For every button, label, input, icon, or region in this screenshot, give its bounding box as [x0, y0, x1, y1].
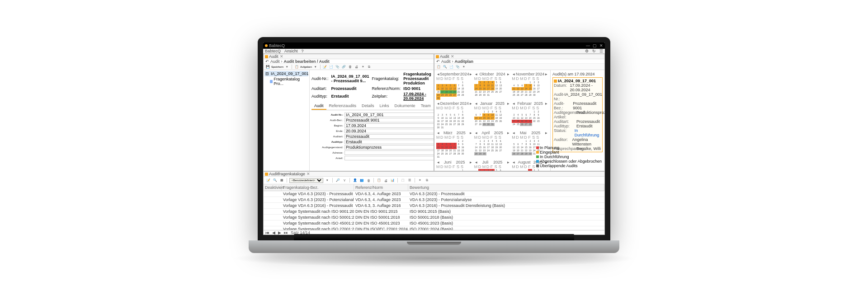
calendar-day[interactable]: 9: [528, 143, 532, 146]
calendar-day[interactable]: 7: [524, 84, 528, 87]
field-input[interactable]: 17.09.2024: [344, 123, 434, 128]
calendar-day[interactable]: 30: [461, 152, 465, 155]
calendar-day[interactable]: 8: [528, 84, 532, 87]
calendar-day[interactable]: 15: [457, 146, 461, 149]
tab-details[interactable]: Details: [359, 103, 377, 110]
calendar-day[interactable]: 27: [474, 123, 478, 126]
prev-month-icon[interactable]: ◂: [437, 72, 439, 76]
calendar-day[interactable]: 28: [457, 123, 461, 126]
calendar-day[interactable]: 22: [457, 149, 461, 152]
calendar-day[interactable]: 13: [474, 117, 478, 120]
calendar-day[interactable]: 16: [536, 117, 540, 120]
calendar-day[interactable]: 24: [440, 94, 444, 97]
pane-tab-title[interactable]: Audit: [440, 54, 449, 59]
table-row[interactable]: Vorlage VDA 6.3 (2016) - Prozessaudit Di…: [264, 203, 604, 209]
calendar-day[interactable]: 30: [482, 94, 486, 97]
calendar-day[interactable]: 12: [512, 146, 516, 149]
calendar-day[interactable]: 12: [499, 113, 503, 117]
calendar-day[interactable]: 14: [457, 117, 461, 120]
calendar-day[interactable]: 18: [495, 117, 499, 120]
calendar-day[interactable]: 8: [478, 84, 482, 87]
tool-icon[interactable]: 📊: [390, 178, 395, 183]
calendar-day[interactable]: 24: [486, 149, 491, 152]
calendar-day[interactable]: 6: [499, 140, 503, 143]
copy-icon[interactable]: 📋: [294, 64, 299, 70]
calendar-day[interactable]: 7: [478, 113, 482, 117]
calendar-day[interactable]: 28: [457, 94, 461, 97]
calendar-day[interactable]: 4: [444, 113, 448, 117]
calendar-day[interactable]: 5: [444, 143, 448, 146]
tool-icon[interactable]: 🔍: [442, 64, 448, 70]
calendar-day[interactable]: 18: [444, 90, 448, 94]
calendar-day[interactable]: 9: [482, 84, 486, 87]
calendar-day[interactable]: 28: [474, 152, 478, 155]
calendar-day[interactable]: 19: [516, 90, 520, 94]
calendar-day[interactable]: 2: [532, 81, 536, 84]
calendar-day[interactable]: 14: [457, 87, 461, 90]
nav-prev-icon[interactable]: ◀: [272, 230, 275, 235]
calendar-day[interactable]: 31: [486, 94, 491, 97]
calendar-day[interactable]: 1: [528, 169, 532, 171]
calendar-day[interactable]: 6: [520, 84, 524, 87]
tool-icon[interactable]: 🗑: [348, 64, 353, 70]
column-header[interactable]: Deaktiviert: [264, 184, 282, 191]
menu-item[interactable]: BabtecQ: [265, 49, 281, 53]
calendar-day[interactable]: 6: [453, 113, 457, 117]
tool-icon[interactable]: ✶: [360, 64, 366, 70]
calendar-day[interactable]: 17: [486, 146, 491, 149]
calendar-day[interactable]: 6: [448, 143, 453, 146]
prev-month-icon[interactable]: ◂: [475, 101, 477, 106]
calendar-day[interactable]: 21: [528, 120, 532, 123]
close-button[interactable]: ✕: [599, 43, 603, 48]
calendar-day[interactable]: 18: [444, 120, 448, 123]
field-input[interactable]: Erstaudit: [344, 140, 434, 144]
calendar-day[interactable]: 29: [478, 152, 482, 155]
expand-icon[interactable]: ⊟: [265, 71, 269, 76]
calendar-day[interactable]: 11: [444, 87, 448, 90]
detail-card[interactable]: IA_2024_09_17_001Datum:17.09.2024 - 20.0…: [552, 77, 603, 152]
calendar-day[interactable]: 6: [516, 143, 520, 146]
calendar-day[interactable]: 5: [495, 169, 499, 171]
calendar-day[interactable]: 5: [520, 113, 524, 117]
pane-tab-title[interactable]: Audit: [269, 54, 278, 59]
tool-icon[interactable]: ⧉: [367, 64, 372, 70]
next-month-icon[interactable]: ▸: [470, 131, 472, 135]
calendar-day[interactable]: 1: [461, 169, 465, 171]
next-month-icon[interactable]: ▸: [507, 160, 509, 164]
calendar-day[interactable]: 25: [491, 90, 495, 94]
prev-month-icon[interactable]: ◂: [513, 160, 515, 164]
calendar-day[interactable]: 9: [486, 113, 491, 117]
calendar-day[interactable]: 28: [524, 94, 528, 97]
calendar-day[interactable]: 2: [482, 81, 486, 84]
calendar-day[interactable]: 25: [440, 152, 444, 155]
tool-icon[interactable]: 📝: [322, 64, 328, 70]
pane-close-icon[interactable]: ✕: [280, 54, 283, 59]
calendar-day[interactable]: 5: [448, 84, 453, 87]
calendar-day[interactable]: 14: [474, 87, 478, 90]
calendar-day[interactable]: 20: [499, 146, 503, 149]
calendar-day[interactable]: 24: [491, 120, 495, 123]
dropdown-icon[interactable]: ▾: [284, 64, 290, 70]
calendar-day[interactable]: 16: [436, 90, 440, 94]
calendar-day[interactable]: 3: [536, 81, 540, 84]
calendar-day[interactable]: 17: [440, 90, 444, 94]
calendar-day[interactable]: 10: [486, 84, 491, 87]
tool-icon[interactable]: Y: [342, 178, 347, 183]
calendar-day[interactable]: 14: [453, 146, 457, 149]
calendar-day[interactable]: 13: [520, 87, 524, 90]
calendar-day[interactable]: 25: [491, 149, 495, 152]
calendar-day[interactable]: 1: [461, 81, 465, 84]
calendar-day[interactable]: 7: [528, 113, 532, 117]
calendar-day[interactable]: 22: [461, 120, 465, 123]
tool-icon[interactable]: ☰: [407, 178, 412, 183]
calendar-day[interactable]: 28: [478, 123, 482, 126]
tasks-label[interactable]: Aufgaben: [300, 66, 312, 68]
calendar-day[interactable]: 13: [524, 117, 528, 120]
calendar-day[interactable]: 28: [453, 152, 457, 155]
calendar-day[interactable]: 26: [495, 149, 499, 152]
next-month-icon[interactable]: ▸: [545, 131, 547, 135]
calendar-day[interactable]: 6: [524, 113, 528, 117]
calendar-day[interactable]: 16: [482, 146, 486, 149]
calendar-day[interactable]: 1: [524, 140, 528, 143]
value[interactable]: 17.09.2024 - 20.09.2024: [403, 92, 434, 101]
